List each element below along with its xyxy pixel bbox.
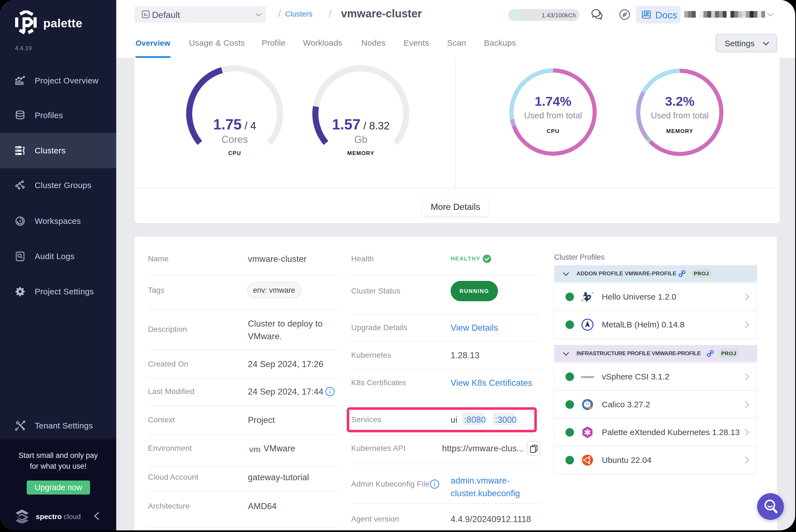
svg-text:vmware: vmware bbox=[581, 375, 594, 379]
